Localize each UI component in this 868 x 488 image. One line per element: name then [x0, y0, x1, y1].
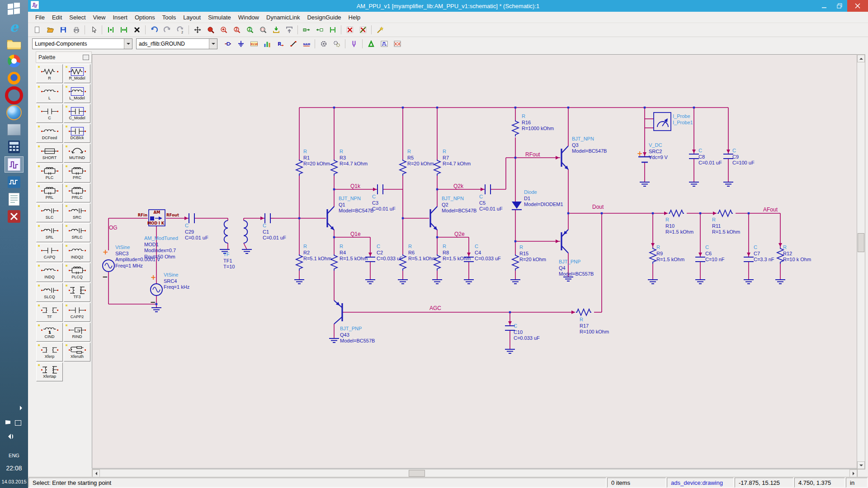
net-label-q2e[interactable]: Q2e: [454, 231, 465, 237]
component-properties-button[interactable]: R: [274, 38, 286, 50]
net-label-q1e[interactable]: Q1e: [350, 231, 361, 237]
component-label-c4[interactable]: CC4C=0.033 uF: [475, 244, 501, 262]
palette-item-tf3[interactable]: TF3: [64, 283, 90, 302]
net-label-afout[interactable]: AFout: [763, 206, 778, 213]
horizontal-scroll-thumb[interactable]: [409, 470, 425, 477]
pop-out-button[interactable]: [313, 24, 326, 36]
taskbar-chrome[interactable]: [5, 53, 23, 69]
component-label-r17[interactable]: RR17R=100 kOhm: [580, 317, 609, 335]
palette-item-capq[interactable]: CAPQ: [36, 243, 63, 262]
palette-item-xferuth[interactable]: Xferuth: [64, 343, 90, 361]
palette-item-srlc[interactable]: SRLC: [64, 223, 90, 242]
palette-item-prlc[interactable]: PRLC: [64, 183, 90, 202]
palette-item-plcq[interactable]: PLCQ: [64, 263, 90, 282]
insert-pin-double-button[interactable]: [118, 24, 130, 36]
undo-button[interactable]: [148, 24, 160, 36]
net-label-dout[interactable]: Dout: [592, 204, 604, 210]
clock-time[interactable]: 22:08: [0, 465, 28, 472]
component-label-c5[interactable]: CC5C=0.01 uF: [479, 194, 503, 212]
menu-edit[interactable]: Edit: [48, 13, 66, 22]
menu-tools[interactable]: Tools: [159, 13, 179, 22]
deactivate-component-button[interactable]: [344, 24, 356, 36]
insert-var-button[interactable]: 0110: [248, 38, 260, 50]
component-label-q2[interactable]: BJT_NPNQ2Model=BC547B: [442, 196, 476, 214]
hierarchy-setup-button[interactable]: [330, 38, 343, 50]
palette-item-src[interactable]: SRC: [64, 203, 90, 222]
scroll-up-button[interactable]: [857, 55, 865, 62]
taskbar-internet-explorer[interactable]: e: [5, 19, 23, 34]
component-label-r2[interactable]: RR2R=5.1 kOhm: [303, 244, 331, 262]
component-label-r12[interactable]: RR12R=10 k Ohm: [783, 244, 811, 263]
palette-item-plc[interactable]: PLC: [36, 164, 63, 183]
scroll-right-button[interactable]: [849, 469, 857, 477]
palette-item-slcq[interactable]: SLCQ: [36, 283, 63, 302]
palette-item-srl[interactable]: SRL: [36, 223, 63, 242]
align-components-button[interactable]: [326, 24, 339, 36]
palette-item-dcblck[interactable]: DCBlck: [64, 124, 90, 143]
deactivate-shorted-button[interactable]: [357, 24, 369, 36]
component-label-mod1[interactable]: AM_ModTunedMOD1ModIndex=0.7Rout=50 Ohm: [144, 235, 178, 260]
component-label-q3[interactable]: BJT_NPNQ3Model=BC547B: [572, 136, 607, 155]
insert-ground-button[interactable]: [235, 38, 247, 50]
view-all-button[interactable]: [283, 24, 295, 36]
zoom-in-point-button[interactable]: [217, 24, 230, 36]
data-display-button[interactable]: [261, 38, 273, 50]
menu-view[interactable]: View: [90, 13, 109, 22]
palette-item-capp2[interactable]: CAPP2: [64, 303, 90, 322]
taskbar-photos-app[interactable]: [5, 122, 23, 137]
component-label-src4[interactable]: VtSineSRC4Freq=1 kHz: [164, 272, 189, 291]
palette-select[interactable]: Lumped-Components: [32, 38, 132, 49]
tune-parameters-button[interactable]: [348, 38, 360, 50]
palette-item-indq[interactable]: INDQ: [36, 263, 63, 282]
palette-header[interactable]: Palette: [36, 52, 92, 63]
component-label-r6[interactable]: RR6R=5.1 kOhm: [408, 244, 436, 262]
palette-item-short[interactable]: SHORT: [36, 144, 63, 163]
palette-item-l[interactable]: L: [36, 84, 63, 103]
close-button[interactable]: [847, 0, 868, 12]
net-label-q1k[interactable]: Q1k: [350, 183, 360, 189]
net-label-agc[interactable]: AGC: [429, 305, 441, 311]
titlebar[interactable]: AM_PPU_v1 [myamplifier_lib:AM_PPU_v1:sch…: [28, 0, 868, 12]
palette-item-mutind[interactable]: MUTIND: [64, 144, 90, 163]
palette-item-cind[interactable]: 1CIND: [36, 323, 63, 342]
net-label-og[interactable]: OG: [109, 225, 118, 231]
component-label-c1[interactable]: CC1C=0.01 uF: [263, 223, 286, 241]
redo-button[interactable]: [161, 24, 173, 36]
simulation-settings-button[interactable]: [317, 38, 330, 50]
component-label-src2[interactable]: V_DCSRC2Vdc=9 V: [649, 142, 668, 161]
palette-item-c[interactable]: C: [36, 104, 63, 123]
zoom-out-2x-button[interactable]: 2: [244, 24, 256, 36]
component-label-c3[interactable]: CC3C=0.01 uF: [372, 194, 396, 212]
palette-item-indq2[interactable]: INDQ2: [64, 243, 90, 262]
taskbar-firefox[interactable]: [5, 70, 23, 86]
menu-layout[interactable]: Layout: [179, 13, 204, 22]
open-design-button[interactable]: [44, 24, 56, 36]
component-label-c29[interactable]: CC29C=0.01 uF: [185, 223, 208, 241]
zoom-in-2x-button[interactable]: 2: [231, 24, 243, 36]
wire-net-name-button[interactable]: NAME: [300, 38, 312, 50]
component-label-r3[interactable]: RR3R=4.7 kOhm: [340, 149, 368, 167]
palette-item-slc[interactable]: SLC: [36, 203, 63, 222]
vertical-scrollbar[interactable]: [857, 54, 865, 469]
palette-item-tf[interactable]: TF: [36, 303, 63, 322]
component-label-d1[interactable]: DiodeD1Model=DIODEM1: [524, 189, 563, 208]
menu-dynamiclink[interactable]: DynamicLink: [263, 13, 303, 22]
insert-pin-button[interactable]: [104, 24, 117, 36]
palette-item-c_model[interactable]: C_Model: [64, 104, 90, 123]
menu-designguide[interactable]: DesignGuide: [303, 13, 344, 22]
menu-simulate[interactable]: Simulate: [204, 13, 235, 22]
taskbar-calculator[interactable]: [5, 139, 23, 155]
menu-file[interactable]: File: [32, 13, 48, 22]
menu-window[interactable]: Window: [235, 13, 263, 22]
component-label-q43[interactable]: BJT_PNPQ43Model=BC557B: [340, 326, 375, 344]
tray-expand-arrow[interactable]: [20, 406, 24, 410]
zoom-select-button[interactable]: [204, 24, 217, 36]
restore-button[interactable]: [832, 0, 847, 12]
print-button[interactable]: [70, 24, 82, 36]
palette-item-prl[interactable]: PRL: [36, 183, 63, 202]
scroll-left-button[interactable]: [92, 469, 100, 477]
net-label-q2k[interactable]: Q2k: [453, 183, 463, 189]
component-label-c7[interactable]: CC7C=3.3 nF: [754, 244, 774, 263]
component-label-r11[interactable]: RR11R=1.5 kOhm: [712, 217, 740, 235]
component-label-r7[interactable]: RR7R=4.7 kOhm: [443, 149, 471, 167]
